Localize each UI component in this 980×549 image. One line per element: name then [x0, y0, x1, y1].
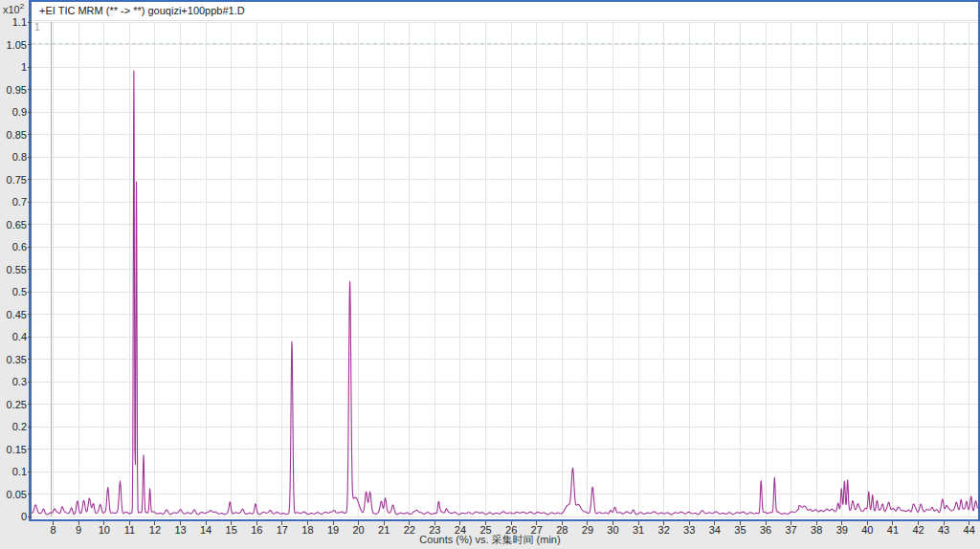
svg-text:0.9: 0.9 — [12, 106, 27, 118]
chromatogram-pane[interactable]: +EI TIC MRM (** -> **) gouqizi+100ppb#1.… — [29, 0, 980, 521]
y-axis-exponent-label: x102 — [3, 2, 24, 15]
svg-text:0.5: 0.5 — [12, 286, 27, 297]
svg-text:0.75: 0.75 — [7, 174, 27, 186]
svg-text:0.15: 0.15 — [7, 444, 27, 455]
svg-text:1.05: 1.05 — [7, 39, 27, 51]
svg-text:0.8: 0.8 — [12, 151, 27, 163]
svg-text:0.3: 0.3 — [12, 376, 27, 387]
svg-text:0.05: 0.05 — [7, 489, 27, 500]
pane-frame: +EI TIC MRM (** -> **) gouqizi+100ppb#1.… — [31, 2, 978, 519]
svg-text:0: 0 — [21, 511, 27, 522]
svg-text:1: 1 — [21, 61, 27, 73]
svg-text:0.65: 0.65 — [7, 219, 27, 231]
svg-text:1.1: 1.1 — [12, 16, 27, 28]
svg-text:0.6: 0.6 — [12, 241, 27, 253]
svg-text:0.25: 0.25 — [7, 399, 27, 410]
svg-text:0.85: 0.85 — [7, 129, 27, 141]
svg-text:0.1: 0.1 — [12, 466, 27, 477]
chromatogram-title[interactable]: +EI TIC MRM (** -> **) gouqizi+100ppb#1.… — [33, 2, 978, 21]
svg-text:0.45: 0.45 — [7, 309, 27, 320]
svg-text:0.55: 0.55 — [7, 264, 27, 275]
svg-text:0.7: 0.7 — [12, 196, 27, 208]
svg-text:0.35: 0.35 — [7, 354, 27, 365]
segment-number-label: 1 — [34, 22, 40, 33]
svg-text:0.95: 0.95 — [7, 84, 27, 96]
svg-text:0.2: 0.2 — [12, 421, 27, 432]
x-axis-title: Counts (%) vs. 采集时间 (min) — [0, 533, 980, 547]
svg-text:0.4: 0.4 — [12, 331, 27, 342]
